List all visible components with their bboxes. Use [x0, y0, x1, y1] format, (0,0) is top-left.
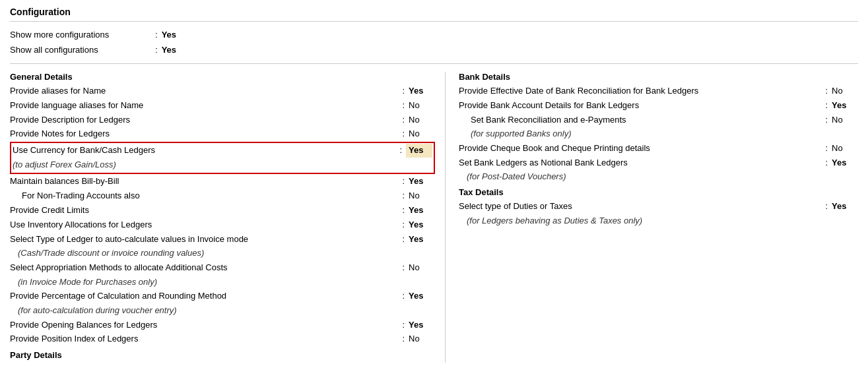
bank-details-title: Bank Details: [459, 72, 858, 82]
field-label-position-index: Provide Position Index of Ledgers: [10, 332, 402, 346]
show-all-config-row: Show all configurations : Yes: [10, 44, 858, 57]
field-row-inventory: Use Inventory Allocations for Ledgers : …: [10, 218, 435, 232]
field-label-bill-by-bill: Maintain balances Bill-by-Bill: [10, 175, 402, 189]
field-value-ledger-type: Yes: [409, 233, 435, 247]
right-column: Bank Details Provide Effective Date of B…: [446, 72, 858, 363]
field-label-non-trading: For Non-Trading Accounts also: [22, 189, 402, 203]
top-config-section: Show more configurations : Yes Show all …: [10, 28, 858, 64]
field-value-currency: Yes: [406, 144, 432, 158]
page-container: Configuration Show more configurations :…: [0, 0, 868, 369]
field-row-opening-balances: Provide Opening Balances for Ledgers : Y…: [10, 318, 435, 332]
field-row-bill-by-bill: Maintain balances Bill-by-Bill : Yes: [10, 175, 435, 189]
left-column: General Details Provide aliases for Name…: [10, 72, 446, 363]
field-label-ledger-type: Select Type of Ledger to auto-calculate …: [10, 233, 402, 247]
field-row-lang-aliases: Provide language aliases for Name : No: [10, 99, 435, 113]
field-row-credit-limits: Provide Credit Limits : Yes: [10, 204, 435, 218]
field-value-aliases: Yes: [409, 84, 435, 98]
field-row-currency: Use Currency for Bank/Cash Ledgers : Yes: [13, 144, 432, 158]
field-value-appropriation: No: [409, 261, 435, 275]
field-label-aliases: Provide aliases for Name: [10, 84, 402, 98]
field-value-inventory: Yes: [409, 218, 435, 232]
tax-details-title: Tax Details: [459, 187, 858, 197]
field-value-description: No: [409, 113, 435, 127]
field-value-percentage: Yes: [409, 289, 435, 303]
field-row-notes: Provide Notes for Ledgers : No: [10, 127, 435, 141]
highlighted-currency-row[interactable]: Use Currency for Bank/Cash Ledgers : Yes…: [10, 142, 435, 174]
field-row-appropriation: Select Appropriation Methods to allocate…: [10, 261, 435, 275]
duties-taxes-note: (for Ledgers behaving as Duties & Taxes …: [459, 214, 858, 227]
field-row-bank-reconciliation: Set Bank Reconciliation and e-Payments :…: [459, 113, 858, 127]
field-row-position-index: Provide Position Index of Ledgers : No: [10, 332, 435, 346]
field-value-duties-taxes: Yes: [832, 200, 858, 214]
field-value-cheque-book: No: [832, 142, 858, 156]
field-label-credit-limits: Provide Credit Limits: [10, 204, 402, 218]
field-row-duties-taxes: Select type of Duties or Taxes : Yes: [459, 200, 858, 214]
show-more-config-row: Show more configurations : Yes: [10, 28, 858, 42]
field-row-aliases: Provide aliases for Name : Yes: [10, 84, 435, 98]
columns-container: General Details Provide aliases for Name…: [10, 72, 858, 363]
show-more-config-label: Show more configurations: [10, 28, 155, 42]
field-label-percentage: Provide Percentage of Calculation and Ro…: [10, 289, 402, 303]
party-details-title: Party Details: [10, 350, 435, 360]
colon-1: :: [155, 28, 158, 42]
field-row-bank-account-details: Provide Bank Account Details for Bank Le…: [459, 99, 858, 113]
field-label-duties-taxes: Select type of Duties or Taxes: [459, 200, 825, 214]
field-label-effective-date: Provide Effective Date of Bank Reconcili…: [459, 84, 825, 98]
field-label-inventory: Use Inventory Allocations for Ledgers: [10, 218, 402, 232]
field-label-currency: Use Currency for Bank/Cash Ledgers: [13, 144, 399, 158]
ledger-type-note: (Cash/Trade discount or invoice rounding…: [10, 247, 435, 260]
field-label-notional-bank: Set Bank Ledgers as Notional Bank Ledger…: [459, 156, 825, 170]
field-label-notes: Provide Notes for Ledgers: [10, 127, 402, 141]
field-row-effective-date: Provide Effective Date of Bank Reconcili…: [459, 84, 858, 98]
field-label-description: Provide Description for Ledgers: [10, 113, 402, 127]
field-row-ledger-type: Select Type of Ledger to auto-calculate …: [10, 233, 435, 247]
field-value-opening-balances: Yes: [409, 318, 435, 332]
notional-bank-note: (for Post-Dated Vouchers): [459, 170, 858, 183]
field-label-appropriation: Select Appropriation Methods to allocate…: [10, 261, 402, 275]
field-row-description: Provide Description for Ledgers : No: [10, 113, 435, 127]
field-value-credit-limits: Yes: [409, 204, 435, 218]
field-value-effective-date: No: [832, 84, 858, 98]
field-value-bill-by-bill: Yes: [409, 175, 435, 189]
bank-reconciliation-note: (for supported Banks only): [459, 127, 858, 140]
show-all-config-label: Show all configurations: [10, 44, 155, 57]
colon-2: :: [155, 44, 158, 57]
currency-note: (to adjust Forex Gain/Loss): [13, 158, 432, 171]
field-row-non-trading: For Non-Trading Accounts also : No: [10, 189, 435, 203]
field-value-notional-bank: Yes: [832, 156, 858, 170]
field-label-bank-account-details: Provide Bank Account Details for Bank Le…: [459, 99, 825, 113]
field-value-bank-reconciliation: No: [832, 113, 858, 127]
field-value-lang-aliases: No: [409, 99, 435, 113]
field-row-cheque-book: Provide Cheque Book and Cheque Printing …: [459, 142, 858, 156]
field-value-position-index: No: [409, 332, 435, 346]
field-value-bank-account-details: Yes: [832, 99, 858, 113]
field-row-percentage: Provide Percentage of Calculation and Ro…: [10, 289, 435, 303]
show-all-config-value: Yes: [162, 44, 176, 57]
field-value-non-trading: No: [409, 189, 435, 203]
field-value-notes: No: [409, 127, 435, 141]
field-label-cheque-book: Provide Cheque Book and Cheque Printing …: [459, 142, 825, 156]
percentage-note: (for auto-calculation during voucher ent…: [10, 304, 435, 317]
field-row-notional-bank: Set Bank Ledgers as Notional Bank Ledger…: [459, 156, 858, 170]
field-label-bank-reconciliation: Set Bank Reconciliation and e-Payments: [471, 113, 825, 127]
general-details-title: General Details: [10, 72, 435, 82]
appropriation-note: (in Invoice Mode for Purchases only): [10, 276, 435, 289]
field-label-opening-balances: Provide Opening Balances for Ledgers: [10, 318, 402, 332]
page-title: Configuration: [10, 7, 858, 22]
field-label-lang-aliases: Provide language aliases for Name: [10, 99, 402, 113]
show-more-config-value: Yes: [162, 28, 176, 42]
